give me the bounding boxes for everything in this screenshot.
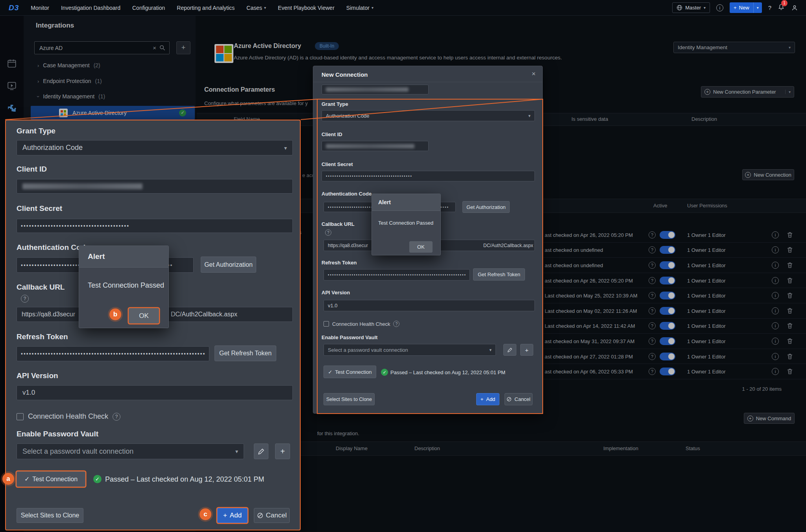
- modal-title: New Connection: [322, 71, 368, 78]
- client-secret-label: Client Secret: [17, 204, 62, 213]
- success-check-icon: ✓: [381, 369, 388, 376]
- client-id-input[interactable]: [322, 141, 429, 151]
- annotation-badge-b: b: [109, 308, 121, 320]
- cancel-button[interactable]: Cancel: [254, 508, 290, 523]
- plus-icon: +: [481, 396, 484, 402]
- refresh-token-input[interactable]: ••••••••••••••••••••••••••••••••••••••••…: [324, 269, 470, 281]
- check-icon: ✓: [24, 475, 30, 483]
- plus-icon: +: [223, 512, 227, 519]
- nav-item-cases[interactable]: Cases▾: [246, 5, 266, 11]
- cancel-button[interactable]: Cancel: [505, 393, 532, 405]
- alert-dialog: Alert Test Connection Passed OK: [372, 194, 441, 255]
- plus-icon: +: [525, 347, 529, 353]
- callback-url-label: Callback URL: [17, 283, 65, 292]
- grant-type-select[interactable]: Authorization Code ▾: [322, 110, 535, 121]
- close-icon[interactable]: ×: [532, 70, 536, 78]
- health-check-row: Connection Health Check ?: [324, 321, 399, 327]
- plus-icon: +: [280, 447, 285, 456]
- grant-type-label: Grant Type: [17, 127, 55, 135]
- help-icon[interactable]: ?: [325, 229, 331, 236]
- nav-item-reporting-analytics[interactable]: Reporting and Analytics: [177, 5, 235, 11]
- password-vault-label: Enable Password Vault: [17, 430, 98, 438]
- help-icon[interactable]: ?: [768, 4, 771, 11]
- help-icon[interactable]: ?: [393, 321, 399, 327]
- globe-icon: [677, 5, 682, 11]
- client-secret-input[interactable]: ••••••••••••••••••••••••••••••••••••••••: [17, 219, 293, 233]
- user-icon[interactable]: [791, 4, 798, 11]
- select-sites-to-clone-button[interactable]: Select Sites to Clone: [17, 508, 83, 523]
- health-check-row: Connection Health Check ?: [17, 412, 120, 421]
- chevron-down-icon: ▾: [284, 145, 287, 151]
- help-icon[interactable]: ?: [113, 413, 120, 421]
- client-secret-input[interactable]: ••••••••••••••••••••••••••••••••••••••••: [322, 171, 535, 181]
- get-authorization-button[interactable]: Get Authorization: [462, 201, 510, 213]
- health-check-checkbox[interactable]: [17, 413, 24, 420]
- annotation-badge-c: c: [200, 508, 211, 520]
- edit-vault-button[interactable]: [254, 443, 268, 459]
- annotation-badge-a: a: [2, 473, 14, 485]
- add-vault-button[interactable]: +: [275, 443, 290, 459]
- password-vault-label: Enable Password Vault: [322, 334, 377, 340]
- top-nav: D3 Monitor Investigation Dashboard Confi…: [0, 0, 806, 16]
- add-vault-button[interactable]: +: [520, 344, 533, 356]
- add-button[interactable]: +Add: [476, 393, 499, 405]
- info-icon[interactable]: i: [716, 4, 723, 11]
- edit-vault-button[interactable]: [503, 344, 516, 356]
- grant-type-label: Grant Type: [322, 101, 348, 107]
- refresh-token-input[interactable]: ••••••••••••••••••••••••••••••••••••••••…: [17, 346, 209, 361]
- chevron-down-icon: ▾: [757, 6, 759, 10]
- health-check-checkbox[interactable]: [324, 321, 329, 327]
- zoomed-connection-form: Grant Type Authorization Code ▾ Client I…: [5, 120, 301, 530]
- api-version-input[interactable]: v1.0: [17, 385, 293, 400]
- refresh-token-label: Refresh Token: [322, 260, 357, 266]
- new-button[interactable]: +New ▾: [730, 2, 762, 13]
- nav-item-configuration[interactable]: Configuration: [132, 5, 165, 11]
- test-connection-button[interactable]: ✓Test Connection: [324, 366, 376, 378]
- notification-badge: 1: [781, 0, 788, 6]
- cancel-icon: [257, 512, 263, 519]
- connection-name-input[interactable]: [322, 85, 429, 94]
- password-vault-select[interactable]: Select a password vault connection ▾: [324, 344, 496, 356]
- get-refresh-token-button[interactable]: Get Refresh Token: [473, 268, 525, 281]
- alert-ok-button[interactable]: OK: [409, 241, 433, 253]
- get-refresh-token-button[interactable]: Get Refresh Token: [214, 345, 276, 361]
- client-id-input[interactable]: [17, 179, 293, 194]
- health-check-label: Connection Health Check: [332, 321, 390, 327]
- nav-item-event-playbook-viewer[interactable]: Event Playbook Viewer: [278, 5, 335, 11]
- success-check-icon: ✓: [93, 475, 102, 483]
- test-result-text: Passed – Last checked on Aug 12, 2022 05…: [390, 369, 505, 375]
- alert-dialog: Alert Test Connection Passed OK: [79, 246, 169, 328]
- help-icon[interactable]: ?: [21, 295, 29, 303]
- authentication-code-label: Authentication Code: [322, 191, 372, 197]
- pencil-icon: [258, 448, 264, 455]
- nav-item-simulator[interactable]: Simulator▾: [346, 5, 373, 11]
- alert-ok-button[interactable]: OK: [129, 308, 159, 323]
- select-sites-to-clone-button[interactable]: Select Sites to Clone: [324, 393, 375, 405]
- client-id-label: Client ID: [17, 165, 47, 174]
- get-authorization-button[interactable]: Get Authorization: [201, 257, 256, 273]
- chevron-down-icon: ▾: [528, 113, 531, 118]
- nav-item-monitor[interactable]: Monitor: [31, 5, 49, 11]
- api-version-input[interactable]: v1.0: [324, 300, 535, 311]
- health-check-label: Connection Health Check: [28, 412, 108, 421]
- nav-item-investigation-dashboard[interactable]: Investigation Dashboard: [61, 5, 120, 11]
- alert-message: Test Connection Passed: [378, 220, 433, 226]
- notifications-button[interactable]: 1: [778, 4, 785, 12]
- api-version-label: API Version: [17, 371, 58, 380]
- chevron-down-icon: ▾: [704, 6, 706, 10]
- new-dropdown-toggle[interactable]: ▾: [753, 2, 762, 13]
- client-secret-label: Client Secret: [322, 161, 353, 167]
- test-connection-button[interactable]: ✓Test Connection: [17, 471, 85, 487]
- test-result-text: Passed – Last checked on Aug 12, 2022 05…: [105, 475, 264, 484]
- callback-url-label: Callback URL: [322, 221, 355, 227]
- password-vault-select[interactable]: Select a password vault connection ▾: [17, 443, 244, 459]
- app-root: D3 Monitor Investigation Dashboard Confi…: [0, 0, 806, 532]
- chevron-down-icon: ▾: [489, 347, 492, 353]
- add-button[interactable]: +Add: [217, 508, 248, 523]
- alert-title: Alert: [378, 199, 391, 205]
- d3-logo[interactable]: D3: [9, 4, 19, 12]
- cancel-icon: [507, 397, 512, 402]
- client-id-label: Client ID: [322, 131, 342, 137]
- grant-type-select[interactable]: Authorization Code ▾: [17, 140, 293, 155]
- master-selector[interactable]: Master ▾: [672, 2, 710, 13]
